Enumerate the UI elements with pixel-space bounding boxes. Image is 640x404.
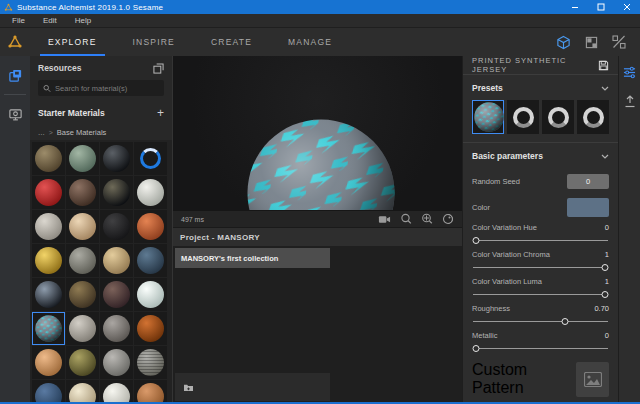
material-thumbnail[interactable] [66,244,99,277]
material-thumbnail[interactable] [66,142,99,175]
menubar: File Edit Help [0,14,640,28]
camera-icon[interactable] [378,214,391,225]
project-header[interactable]: Project - MANSORY [173,227,462,246]
material-sphere-preview [246,118,396,210]
menu-edit[interactable]: Edit [35,16,65,25]
material-thumbnail[interactable] [100,142,133,175]
app-window: Substance Alchemist 2019.1.0 Sesame File… [0,0,640,404]
tab-inspire[interactable]: INSPIRE [115,28,193,56]
material-thumbnail[interactable] [134,346,167,379]
presets-header[interactable]: Presets [463,78,618,98]
main-area: Resources Starter Materials + [0,56,640,402]
param-label: Custom Pattern [472,361,576,397]
param-label: Color Variation Luma [472,277,605,286]
breadcrumb-current[interactable]: Base Materials [57,128,107,137]
minimize-button[interactable] [562,0,588,14]
material-thumbnail[interactable] [66,346,99,379]
preset-tile[interactable] [542,100,574,134]
material-thumbnail[interactable] [66,312,99,345]
material-thumbnail[interactable] [100,210,133,243]
material-thumbnail[interactable] [134,312,167,345]
breadcrumb-ellipsis[interactable]: ... [38,128,45,137]
export-upload-icon[interactable] [624,95,636,108]
maximize-button[interactable] [588,0,614,14]
zoom-area-icon[interactable] [421,213,433,225]
window-title: Substance Alchemist 2019.1.0 Sesame [17,3,562,12]
material-thumbnail[interactable] [100,244,133,277]
material-thumbnail[interactable] [32,346,65,379]
slider-handle[interactable] [472,345,479,352]
color-swatch[interactable] [567,198,609,217]
add-folder-icon[interactable] [183,383,194,392]
popout-panel-icon[interactable] [153,63,164,74]
material-thumbnail[interactable] [134,210,167,243]
save-icon[interactable] [598,60,609,71]
tab-explore[interactable]: EXPLORE [30,28,115,56]
3d-canvas[interactable] [173,56,462,210]
viewport: 497 ms [172,56,462,402]
material-thumbnail[interactable] [66,380,99,402]
preset-tile[interactable] [577,100,609,134]
param-slider[interactable] [473,318,608,325]
param-slider[interactable] [473,237,608,244]
presets-label: Presets [472,83,601,93]
close-button[interactable] [614,0,640,14]
viewport-settings-icon[interactable] [4,103,26,125]
material-thumbnail[interactable] [100,278,133,311]
library-icon[interactable] [4,64,26,86]
material-thumbnail[interactable] [100,176,133,209]
basic-parameters-header[interactable]: Basic parameters [463,146,618,166]
material-thumbnail[interactable] [66,278,99,311]
material-thumbnail[interactable] [66,176,99,209]
menu-help[interactable]: Help [67,16,99,25]
filter-sliders-icon[interactable] [623,66,636,79]
slider-handle[interactable] [561,318,568,325]
random-seed-input[interactable]: 0 [567,174,609,189]
preset-tile[interactable] [472,100,504,134]
material-thumbnail[interactable] [32,278,65,311]
slider-handle[interactable] [602,264,609,271]
2d-view-icon[interactable] [585,36,598,49]
material-thumbnail[interactable] [32,312,65,345]
environment-sphere-icon[interactable] [442,213,454,225]
material-thumbnail[interactable] [32,210,65,243]
left-rail [0,56,30,402]
material-thumbnail[interactable] [134,380,167,402]
slider-handle[interactable] [602,291,609,298]
split-view-icon[interactable] [612,35,626,49]
material-thumbnail[interactable] [32,244,65,277]
material-thumbnail[interactable] [100,346,133,379]
resources-title: Resources [38,63,153,73]
collection-item[interactable]: MANSORY's first collection [175,248,330,268]
material-thumbnail[interactable] [134,244,167,277]
param-value: 0 [605,223,609,232]
collections-area: MANSORY's first collection [173,246,462,402]
param-slider[interactable] [473,291,608,298]
material-thumbnail[interactable] [134,142,167,175]
material-thumbnail[interactable] [134,278,167,311]
material-thumbnail[interactable] [134,176,167,209]
material-thumbnail[interactable] [32,176,65,209]
orbit-magnifier-icon[interactable] [400,213,412,225]
preset-tile[interactable] [507,100,539,134]
param-slider[interactable] [473,345,608,352]
search-input[interactable] [55,84,159,93]
3d-view-cube-icon[interactable] [556,35,571,50]
param-slider[interactable] [473,264,608,271]
material-thumbnail[interactable] [100,312,133,345]
tab-create[interactable]: CREATE [193,28,270,56]
loading-ring [140,148,161,169]
menu-file[interactable]: File [4,16,33,25]
starter-materials-title: Starter Materials [38,108,157,118]
material-name-title: PRINTED SYNTHETIC JERSEY [472,56,598,74]
material-thumbnail[interactable] [100,380,133,402]
slider-handle[interactable] [472,237,479,244]
custom-pattern-slot[interactable] [576,362,609,397]
material-thumbnail[interactable] [66,210,99,243]
tab-manage[interactable]: MANAGE [270,28,350,56]
add-material-button[interactable]: + [157,107,164,119]
material-thumbnail[interactable] [32,380,65,402]
material-thumbnail[interactable] [32,142,65,175]
material-sphere [69,315,96,342]
material-sphere [103,383,130,402]
